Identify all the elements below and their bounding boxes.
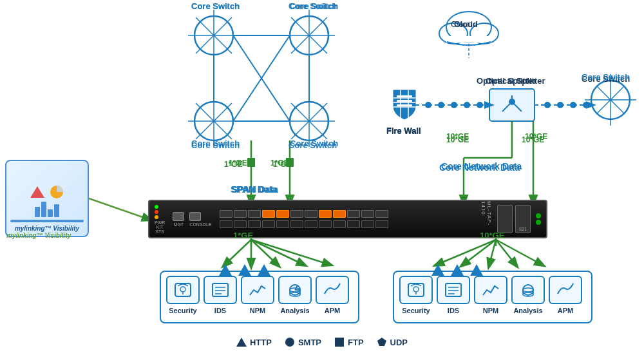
svg-line-36 [227, 103, 232, 108]
svg-line-43 [296, 108, 323, 135]
svg-line-88 [597, 86, 624, 113]
legend: HTTP SMTP FTP UDP [236, 337, 408, 347]
rack-mgt-port [173, 212, 184, 221]
svg-line-124 [496, 240, 541, 264]
mylinking-brand-label: mylinking™ Visibility [6, 232, 71, 239]
legend-udp-label: UDP [390, 338, 408, 347]
circle-legend-icon [285, 337, 295, 347]
svg-rect-79 [489, 89, 535, 121]
sfp-port-4 [262, 210, 275, 218]
core-switch-label-bl: Core Switch [191, 139, 240, 149]
left-tool-border [160, 271, 359, 323]
svg-point-83 [509, 99, 515, 105]
led-kit [155, 210, 158, 214]
svg-line-25 [323, 49, 327, 53]
sfp-port-1 [220, 210, 232, 218]
legend-http-label: HTTP [250, 338, 272, 347]
firewall-label: Fire Wall [386, 126, 421, 136]
svg-line-123 [496, 240, 515, 264]
svg-line-122 [489, 240, 496, 264]
svg-rect-159 [335, 338, 344, 347]
10ge-label-2: 10*GE [525, 132, 547, 141]
sfp-port-3 [248, 210, 261, 218]
qsfp-port-1 [497, 205, 513, 233]
legend-smtp: SMTP [285, 337, 321, 347]
svg-line-115 [251, 240, 328, 264]
svg-line-23 [323, 17, 327, 22]
svg-point-95 [438, 102, 444, 108]
svg-marker-157 [236, 338, 247, 347]
rack-console-port [189, 212, 201, 221]
cloud-label: Cloud [451, 19, 473, 30]
svg-line-121 [464, 240, 496, 264]
svg-line-87 [597, 86, 624, 113]
qsfp-port-2: S21 [515, 205, 531, 233]
svg-point-102 [570, 102, 576, 108]
legend-ftp: FTP [334, 337, 364, 347]
core-network-data-label: Core Network Data [439, 162, 520, 173]
sfp-bottom-5 [276, 220, 289, 228]
svg-point-97 [464, 102, 470, 108]
svg-line-56 [233, 35, 290, 121]
svg-line-57 [233, 35, 290, 121]
svg-rect-73 [397, 104, 412, 106]
right-tool-border [393, 271, 592, 323]
svg-point-0 [194, 16, 233, 55]
rack-mgt-label: MGT [173, 222, 184, 227]
bar-4 [54, 204, 59, 217]
sfp-port-6 [290, 210, 303, 218]
sfp-port-11 [361, 210, 374, 218]
svg-marker-129 [30, 186, 44, 198]
sfp-port-7 [305, 210, 317, 218]
svg-line-110 [89, 198, 148, 219]
sfp-bottom-2 [234, 220, 247, 228]
legend-ftp-label: FTP [348, 338, 364, 347]
legend-smtp-label: SMTP [298, 338, 321, 347]
sfp-bottom-10 [347, 220, 360, 228]
sfp-bottom-7 [305, 220, 317, 228]
led-s22 [536, 220, 541, 225]
sfp-port-9 [333, 210, 346, 218]
rack-console-label: CONSOLE [189, 222, 211, 227]
led-s21 [536, 213, 541, 218]
legend-http: HTTP [236, 337, 272, 347]
svg-line-111 [225, 240, 251, 264]
svg-line-49 [323, 103, 327, 108]
svg-line-81 [502, 102, 512, 111]
svg-line-10 [227, 17, 232, 22]
svg-line-48 [291, 103, 296, 108]
svg-line-120 [438, 240, 496, 264]
svg-point-158 [285, 338, 294, 347]
diagram-container: Core Switch Core Switch Core Switch Core… [0, 0, 644, 355]
sfp-bottom-9 [333, 220, 346, 228]
svg-point-13 [290, 16, 328, 55]
bottom-bar [10, 220, 83, 222]
pentagon-legend-icon [377, 337, 387, 347]
pie-icon [50, 185, 64, 199]
svg-line-17 [296, 22, 323, 49]
mylinking-box: mylinking™ Visibility [5, 160, 89, 237]
svg-point-26 [194, 102, 233, 140]
output-1ge-label: 1*GE [233, 231, 253, 240]
span-data-label: SPAN Data [231, 184, 277, 195]
legend-udp: UDP [377, 337, 408, 347]
sfp-port-12 [375, 210, 388, 218]
sfp-port-10 [347, 210, 360, 218]
sfp-bottom-1 [220, 220, 232, 228]
sfp-bottom-6 [290, 220, 303, 228]
svg-point-101 [557, 102, 564, 108]
svg-point-94 [425, 102, 431, 108]
svg-point-96 [451, 102, 457, 108]
core-switch-label-br: Core Switch [290, 139, 338, 149]
bar-2 [41, 202, 46, 217]
svg-point-98 [477, 102, 483, 108]
ge-right-label: 1*GE [273, 160, 292, 169]
svg-point-84 [591, 81, 630, 119]
led-sts [155, 215, 158, 219]
sfp-bottom-11 [361, 220, 374, 228]
triangle-legend-icon [236, 337, 247, 347]
svg-line-16 [296, 22, 323, 49]
svg-line-35 [196, 103, 200, 108]
svg-line-3 [200, 22, 227, 49]
sfp-bottom-8 [319, 220, 332, 228]
